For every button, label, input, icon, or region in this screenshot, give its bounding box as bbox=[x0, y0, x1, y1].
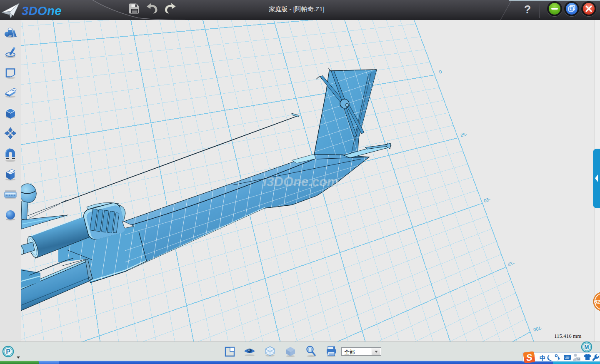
svg-text:3DOne: 3DOne bbox=[22, 4, 62, 17]
svg-text:0: 0 bbox=[438, 69, 442, 75]
svg-text:62: 62 bbox=[594, 299, 600, 305]
svg-text:?: ? bbox=[524, 3, 531, 16]
svg-text:P: P bbox=[6, 348, 10, 355]
svg-text:中: 中 bbox=[540, 354, 546, 362]
svg-text:家庭版 - [阿帕奇.Z1]: 家庭版 - [阿帕奇.Z1] bbox=[269, 5, 324, 12]
svg-text:-100: -100 bbox=[533, 325, 543, 332]
svg-text:-75: -75 bbox=[508, 260, 515, 267]
svg-text:-50: -50 bbox=[483, 197, 491, 203]
svg-text:14: 14 bbox=[576, 357, 580, 361]
svg-text:i3DOne.com: i3DOne.com bbox=[263, 175, 339, 189]
svg-text:-25: -25 bbox=[460, 131, 468, 138]
svg-text:M: M bbox=[585, 344, 589, 350]
